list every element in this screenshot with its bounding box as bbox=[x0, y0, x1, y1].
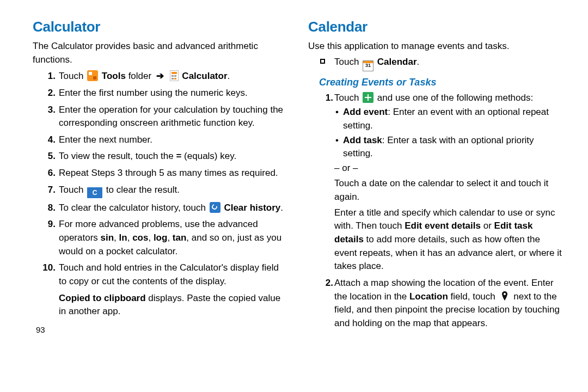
step-4: 4. Enter the next number. bbox=[33, 133, 286, 147]
creating-events-heading: Creating Events or Tasks bbox=[319, 77, 562, 88]
tools-folder-icon bbox=[87, 70, 98, 81]
right-column: Calendar Use this application to manage … bbox=[308, 19, 562, 387]
calculator-steps: 1. Touch Tools folder ➔ Calculator. 2. E… bbox=[33, 70, 286, 318]
page-number: 93 bbox=[36, 325, 286, 334]
calendar-icon: 31 bbox=[363, 60, 373, 71]
calculator-intro: The Calculator provides basic and advanc… bbox=[33, 40, 286, 66]
step-6: 6. Repeat Steps 3 through 5 as many time… bbox=[33, 167, 286, 180]
cal-step-1-options: Add event: Enter an event with an option… bbox=[334, 106, 562, 161]
cal-step-1: 1. Touch and use one of the following me… bbox=[308, 91, 562, 273]
step-10: 10. Touch and hold entries in the Calcul… bbox=[33, 261, 286, 318]
cal-step-1-alt: Touch a date on the calendar to select i… bbox=[334, 177, 562, 204]
calculator-icon bbox=[170, 70, 179, 81]
step-8: 8. To clear the calculator history, touc… bbox=[33, 201, 286, 215]
manual-page: Calculator The Calculator provides basic… bbox=[0, 0, 588, 392]
step-9: 9. For more advanced problems, use the a… bbox=[33, 218, 286, 258]
step-3: 3. Enter the operation for your calculat… bbox=[33, 103, 286, 130]
map-pin-icon bbox=[499, 291, 510, 302]
left-column: Calculator The Calculator provides basic… bbox=[33, 19, 286, 387]
calendar-heading: Calendar bbox=[308, 19, 562, 35]
or-separator: – or – bbox=[334, 162, 562, 175]
launch-calendar: Touch 31 Calendar. bbox=[318, 56, 562, 71]
calendar-steps: 1. Touch and use one of the following me… bbox=[308, 91, 562, 330]
add-event-option: Add event: Enter an event with an option… bbox=[334, 106, 562, 132]
clear-c-icon: C bbox=[87, 187, 102, 198]
plus-icon bbox=[363, 92, 373, 103]
step-1: 1. Touch Tools folder ➔ Calculator. bbox=[33, 70, 286, 83]
clear-history-icon bbox=[210, 202, 220, 213]
step-5: 5. To view the result, touch the = (equa… bbox=[33, 150, 286, 163]
arrow-icon: ➔ bbox=[156, 71, 164, 81]
cal-step-2: 2. Attach a map showing the location of … bbox=[308, 277, 562, 330]
step-2: 2. Enter the first number using the nume… bbox=[33, 87, 286, 100]
calendar-intro: Use this application to manage events an… bbox=[308, 40, 562, 53]
step-7: 7. Touch C to clear the result. bbox=[33, 183, 286, 198]
cal-step-1-details: Enter a title and specify which calendar… bbox=[334, 206, 562, 273]
calculator-heading: Calculator bbox=[33, 19, 286, 35]
calendar-launch: Touch 31 Calendar. bbox=[318, 56, 562, 71]
add-task-option: Add task: Enter a task with an optional … bbox=[334, 134, 562, 161]
